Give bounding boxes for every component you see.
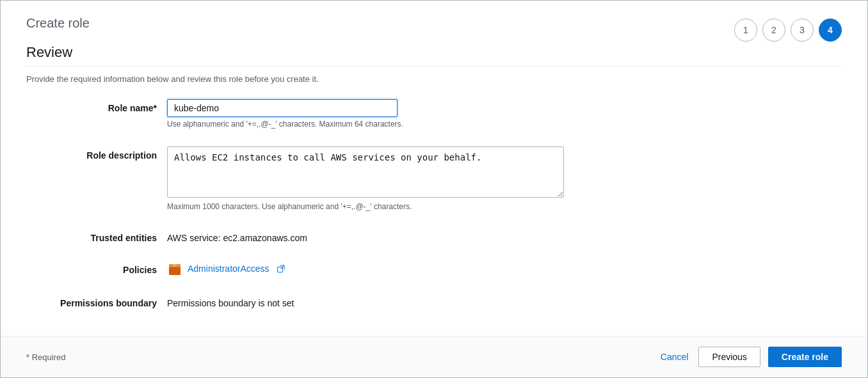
policy-link[interactable]: AdministratorAccess — [188, 264, 269, 274]
role-name-hint: Use alphanumeric and '+=,.@-_' character… — [167, 120, 577, 129]
role-name-label: Role name* — [26, 99, 167, 113]
role-description-hint: Maximum 1000 characters. Use alphanumeri… — [167, 202, 577, 211]
steps-indicator: 1 2 3 4 — [734, 19, 842, 42]
page-title: Create role — [26, 16, 90, 31]
section-divider — [26, 66, 842, 67]
previous-button[interactable]: Previous — [698, 347, 760, 367]
form-section: Role name* Use alphanumeric and '+=,.@-_… — [26, 99, 842, 308]
permissions-boundary-row: Permissions boundary Permissions boundar… — [26, 294, 842, 308]
step-2: 2 — [762, 19, 785, 42]
role-name-row: Role name* Use alphanumeric and '+=,.@-_… — [26, 99, 842, 129]
create-role-window: Create role 1 2 3 4 Review Provide the r… — [0, 0, 868, 378]
role-description-control-wrap: Maximum 1000 characters. Use alphanumeri… — [167, 146, 577, 211]
step-1: 1 — [734, 19, 757, 42]
cancel-button[interactable]: Cancel — [658, 347, 691, 366]
required-text: * Required — [26, 352, 65, 362]
trusted-entities-row: Trusted entities AWS service: ec2.amazon… — [26, 229, 842, 243]
policy-icon — [167, 261, 182, 276]
role-name-control-wrap: Use alphanumeric and '+=,.@-_' character… — [167, 99, 577, 129]
role-name-input[interactable] — [167, 99, 398, 117]
role-description-textarea[interactable] — [167, 146, 564, 198]
main-content: Create role 1 2 3 4 Review Provide the r… — [1, 1, 867, 336]
footer: * Required Cancel Previous Create role — [1, 336, 867, 377]
create-role-button[interactable]: Create role — [768, 347, 842, 367]
trusted-entities-label: Trusted entities — [26, 229, 167, 243]
step-3: 3 — [791, 19, 814, 42]
role-description-label: Role description — [26, 146, 167, 161]
permissions-boundary-value: Permissions boundary is not set — [167, 294, 294, 308]
header-row: Create role 1 2 3 4 — [26, 16, 842, 42]
policies-label: Policies — [26, 261, 167, 275]
svg-rect-2 — [173, 264, 177, 267]
policy-row: AdministratorAccess — [167, 261, 285, 276]
subtitle-text: Provide the required information below a… — [26, 74, 842, 84]
svg-rect-0 — [169, 267, 181, 275]
external-link-icon — [277, 265, 285, 272]
permissions-boundary-label: Permissions boundary — [26, 294, 167, 308]
role-description-row: Role description Maximum 1000 characters… — [26, 146, 842, 211]
step-4: 4 — [819, 19, 842, 42]
section-title: Review — [26, 44, 842, 61]
trusted-entities-value: AWS service: ec2.amazonaws.com — [167, 229, 307, 243]
policies-row: Policies AdministratorAccess — [26, 261, 842, 276]
